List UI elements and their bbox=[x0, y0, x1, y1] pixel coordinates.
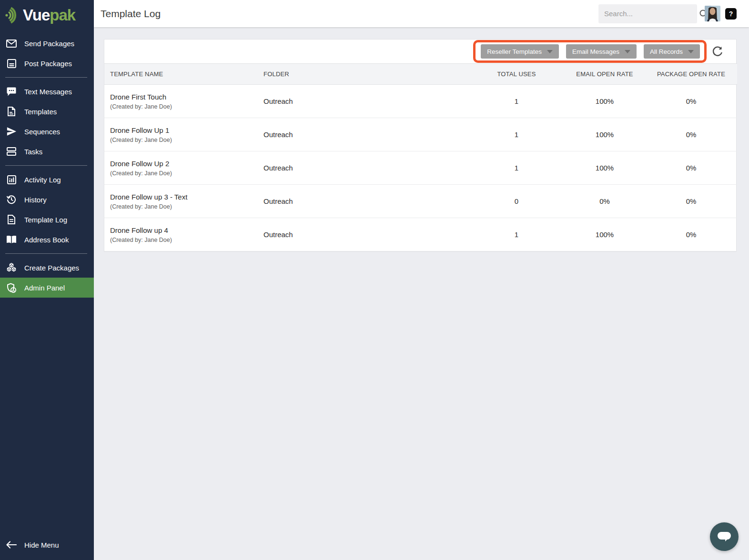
template-name: Drone First Touch bbox=[110, 93, 258, 101]
cubes-icon bbox=[6, 263, 17, 272]
sidebar-item-text-messages[interactable]: Text Messages bbox=[0, 81, 94, 101]
sidebar: Vuepak Send Packages Post Packages bbox=[0, 0, 94, 560]
send-plane-icon bbox=[6, 127, 17, 136]
search-box[interactable] bbox=[598, 4, 697, 23]
sidebar-divider bbox=[5, 253, 87, 254]
sidebar-nav: Send Packages Post Packages Text Message… bbox=[0, 30, 94, 530]
email-open-rate-value: 100% bbox=[564, 151, 645, 185]
sidebar-divider bbox=[5, 165, 87, 166]
sidebar-item-address-book[interactable]: Address Book bbox=[0, 230, 94, 250]
template-created-by: (Created by: Jane Doe) bbox=[110, 170, 258, 177]
template-folder: Outreach bbox=[258, 85, 469, 118]
file-lines-icon bbox=[6, 215, 17, 224]
total-uses-value: 1 bbox=[469, 118, 564, 151]
template-log-table: TEMPLATE NAME FOLDER TOTAL USES EMAIL OP… bbox=[104, 63, 737, 251]
email-messages-dropdown[interactable]: Email Messages bbox=[566, 44, 637, 59]
address-book-icon bbox=[6, 235, 17, 244]
sidebar-item-label: Sequences bbox=[24, 128, 60, 136]
total-uses-value: 1 bbox=[469, 85, 564, 118]
package-open-rate-value: 0% bbox=[645, 151, 737, 185]
chat-bubble-dots-icon bbox=[6, 87, 17, 96]
table-row[interactable]: Drone Follow Up 1 (Created by: Jane Doe)… bbox=[104, 118, 737, 151]
main-content: Reseller Templates Email Messages All Re… bbox=[94, 27, 749, 560]
dropdown-label: Email Messages bbox=[572, 48, 619, 55]
page-title: Template Log bbox=[101, 8, 161, 20]
sidebar-item-activity-log[interactable]: Activity Log bbox=[0, 170, 94, 190]
bar-chart-icon bbox=[6, 175, 17, 184]
package-open-rate-value: 0% bbox=[645, 218, 737, 251]
dropdown-label: Reseller Templates bbox=[487, 48, 542, 55]
dropdown-label: All Records bbox=[650, 48, 683, 55]
template-created-by: (Created by: Jane Doe) bbox=[110, 203, 258, 210]
package-open-rate-value: 0% bbox=[645, 185, 737, 218]
package-open-rate-value: 0% bbox=[645, 118, 737, 151]
template-folder: Outreach bbox=[258, 185, 469, 218]
sidebar-item-label: Text Messages bbox=[24, 88, 72, 96]
column-header-template-name: TEMPLATE NAME bbox=[104, 64, 258, 85]
sidebar-item-templates[interactable]: Templates bbox=[0, 101, 94, 121]
sidebar-item-label: Create Packages bbox=[24, 264, 79, 272]
column-header-folder: FOLDER bbox=[258, 64, 469, 85]
user-avatar[interactable] bbox=[705, 6, 720, 21]
sidebar-item-post-packages[interactable]: Post Packages bbox=[0, 53, 94, 73]
package-open-rate-value: 0% bbox=[645, 85, 737, 118]
sidebar-item-tasks[interactable]: Tasks bbox=[0, 141, 94, 161]
sidebar-item-label: Post Packages bbox=[24, 60, 72, 68]
brand-name: Vuepak bbox=[23, 6, 75, 24]
sidebar-item-history[interactable]: History bbox=[0, 190, 94, 210]
template-created-by: (Created by: Jane Doe) bbox=[110, 237, 258, 243]
template-name: Drone Follow Up 2 bbox=[110, 160, 258, 168]
total-uses-value: 0 bbox=[469, 185, 564, 218]
file-icon bbox=[6, 107, 17, 116]
admin-shield-icon bbox=[6, 283, 17, 293]
caret-down-icon bbox=[625, 50, 630, 53]
template-name: Drone Follow up 3 - Text bbox=[110, 193, 258, 201]
sidebar-item-label: Admin Panel bbox=[24, 284, 65, 292]
chat-launcher-button[interactable] bbox=[710, 522, 739, 551]
total-uses-value: 1 bbox=[469, 218, 564, 251]
email-open-rate-value: 100% bbox=[564, 85, 645, 118]
stacked-rows-icon bbox=[6, 147, 17, 156]
hide-menu-button[interactable]: Hide Menu bbox=[0, 530, 94, 560]
template-log-card: Reseller Templates Email Messages All Re… bbox=[104, 39, 737, 252]
template-folder: Outreach bbox=[258, 118, 469, 151]
sidebar-item-label: Tasks bbox=[24, 148, 42, 156]
column-header-total-uses: TOTAL USES bbox=[469, 64, 564, 85]
sidebar-item-sequences[interactable]: Sequences bbox=[0, 121, 94, 141]
table-row[interactable]: Drone First Touch (Created by: Jane Doe)… bbox=[104, 85, 737, 118]
all-records-dropdown[interactable]: All Records bbox=[644, 44, 700, 59]
sidebar-item-send-packages[interactable]: Send Packages bbox=[0, 33, 94, 53]
brand-logo[interactable]: Vuepak bbox=[0, 0, 94, 30]
template-folder: Outreach bbox=[258, 218, 469, 251]
chat-launcher-icon bbox=[717, 531, 731, 542]
sidebar-item-label: Activity Log bbox=[24, 176, 61, 184]
table-row[interactable]: Drone Follow up 4 (Created by: Jane Doe)… bbox=[104, 218, 737, 251]
reseller-templates-dropdown[interactable]: Reseller Templates bbox=[481, 44, 559, 59]
caret-down-icon bbox=[688, 50, 694, 53]
sidebar-divider bbox=[5, 77, 87, 78]
table-row[interactable]: Drone Follow up 3 - Text (Created by: Ja… bbox=[104, 185, 737, 218]
back-arrow-icon bbox=[6, 541, 17, 549]
template-name: Drone Follow Up 1 bbox=[110, 126, 258, 134]
email-open-rate-value: 0% bbox=[564, 185, 645, 218]
sidebar-item-admin-panel[interactable]: Admin Panel bbox=[0, 278, 94, 298]
sidebar-item-label: History bbox=[24, 196, 47, 204]
sidebar-item-label: Address Book bbox=[24, 236, 69, 244]
app-window: Vuepak Send Packages Post Packages bbox=[0, 0, 749, 560]
search-input[interactable] bbox=[604, 10, 699, 18]
orange-highlight-box: Reseller Templates Email Messages All Re… bbox=[473, 40, 707, 63]
sidebar-item-create-packages[interactable]: Create Packages bbox=[0, 258, 94, 278]
sidebar-item-label: Template Log bbox=[24, 216, 67, 224]
help-icon[interactable]: ? bbox=[725, 8, 737, 20]
column-header-package-open-rate: PACKAGE OPEN RATE bbox=[645, 64, 737, 85]
email-open-rate-value: 100% bbox=[564, 118, 645, 151]
template-created-by: (Created by: Jane Doe) bbox=[110, 137, 258, 143]
template-created-by: (Created by: Jane Doe) bbox=[110, 103, 258, 110]
table-row[interactable]: Drone Follow Up 2 (Created by: Jane Doe)… bbox=[104, 151, 737, 185]
envelope-icon bbox=[6, 40, 17, 48]
hide-menu-label: Hide Menu bbox=[24, 541, 59, 549]
sidebar-item-template-log[interactable]: Template Log bbox=[0, 210, 94, 230]
table-toolbar: Reseller Templates Email Messages All Re… bbox=[104, 40, 736, 63]
template-folder: Outreach bbox=[258, 151, 469, 185]
refresh-icon[interactable] bbox=[712, 46, 723, 57]
